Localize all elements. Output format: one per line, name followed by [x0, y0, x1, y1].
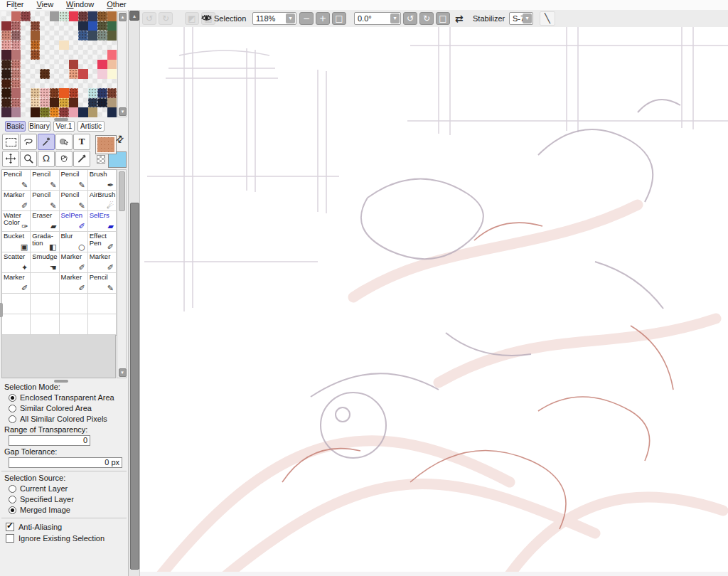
lasso-tool[interactable] [20, 134, 37, 150]
angle-reset-button[interactable]: □ [436, 12, 450, 25]
brush-marker[interactable]: Marker✐ [88, 252, 117, 273]
radio-merged-image[interactable]: Merged Image [9, 506, 70, 516]
canvas[interactable] [140, 27, 728, 576]
brush-bucket[interactable]: Bucket▣ [2, 232, 31, 252]
line-quality-button[interactable]: ╲ [540, 11, 555, 26]
text-tool[interactable]: T [73, 134, 90, 150]
color-swatch[interactable] [107, 88, 117, 98]
menu-item-filter[interactable]: Filter [0, 0, 30, 9]
color-swatch[interactable] [78, 11, 88, 21]
zoom-tool[interactable] [20, 151, 37, 167]
brush-selpen[interactable]: SelPen✐ [60, 211, 88, 232]
chevron-down-icon[interactable]: ▾ [390, 14, 400, 23]
color-swatch[interactable] [88, 88, 98, 98]
rect-select-tool[interactable] [2, 134, 19, 150]
angle-combo[interactable]: 0.0° ▾ [354, 12, 401, 25]
color-swatch[interactable] [1, 31, 11, 41]
color-swatch[interactable] [59, 98, 69, 108]
color-swatch[interactable] [97, 88, 107, 98]
brush-water-color[interactable]: Water Color✑ [2, 211, 31, 232]
color-swatch[interactable] [40, 69, 50, 79]
checkbox-anti-aliasing[interactable]: Anti-Aliasing [6, 523, 62, 533]
color-swatch[interactable] [50, 88, 60, 98]
color-swatch[interactable] [69, 11, 79, 21]
color-swatch[interactable] [88, 107, 98, 117]
color-swatch[interactable] [31, 50, 41, 60]
color-swatch[interactable] [40, 98, 50, 108]
brush-pencil[interactable]: Pencil✎ [60, 170, 88, 191]
color-swatch[interactable] [1, 98, 11, 108]
color-swatch[interactable] [69, 107, 79, 117]
brush-brush[interactable]: Brush✒ [88, 170, 117, 191]
zoom-in-button[interactable]: + [316, 12, 330, 25]
color-swatch[interactable] [11, 88, 21, 98]
color-swatch[interactable] [21, 11, 31, 21]
rotate-canvas-tool[interactable]: Ω [38, 151, 55, 167]
color-swatch[interactable] [88, 21, 98, 31]
color-swatch[interactable] [11, 41, 21, 50]
color-swatch[interactable] [1, 88, 11, 98]
color-swatch[interactable] [31, 107, 41, 117]
color-swatch[interactable] [31, 88, 41, 98]
color-swatch[interactable] [31, 31, 41, 41]
tab-artistic[interactable]: Artistic [77, 121, 105, 132]
zoom-level-combo[interactable]: 118% ▾ [252, 12, 296, 25]
color-swatch[interactable] [11, 11, 21, 21]
brush-marker[interactable]: Marker✐ [2, 191, 31, 211]
menu-item-view[interactable]: View [30, 0, 60, 9]
color-swatch[interactable] [107, 98, 117, 108]
chevron-down-icon[interactable]: ▾ [523, 14, 532, 23]
color-swatch[interactable] [107, 60, 117, 70]
checkbox-ignore-existing-selection[interactable]: Ignore Existing Selection [6, 534, 105, 544]
chevron-down-icon[interactable]: ▾ [286, 14, 295, 23]
move-tool[interactable] [2, 151, 19, 167]
color-swatch[interactable] [31, 41, 41, 50]
brush-pencil[interactable]: Pencil✎ [2, 170, 31, 191]
color-swatch[interactable] [107, 107, 117, 117]
brush-effect-pen[interactable]: Effect Pen✐ [88, 232, 117, 252]
brush-pencil[interactable]: Pencil✎ [31, 170, 59, 191]
brush-airbrush[interactable]: AirBrush☄ [88, 191, 117, 211]
color-swatch[interactable] [59, 11, 69, 21]
palette-scrollbar[interactable]: ▴ ▾ [117, 11, 127, 117]
brush-pencil[interactable]: Pencil✎ [60, 191, 88, 211]
radio-all-similar-colored-pixels[interactable]: All Similar Colored Pixels [9, 415, 107, 425]
color-swatch[interactable] [88, 98, 98, 108]
color-swatch[interactable] [78, 31, 88, 41]
color-swatch[interactable] [59, 41, 69, 50]
color-swatch[interactable] [50, 11, 60, 21]
magic-wand-tool[interactable] [38, 134, 55, 150]
color-swatch[interactable] [97, 11, 107, 21]
color-swatch[interactable] [1, 21, 11, 31]
color-swatch[interactable] [88, 31, 98, 41]
color-swatch[interactable] [97, 98, 107, 108]
color-swatch[interactable] [97, 69, 107, 79]
color-swatch[interactable] [107, 50, 117, 60]
color-swatch[interactable] [11, 69, 21, 79]
brush-marker[interactable]: Marker✐ [60, 252, 88, 273]
color-swatch[interactable] [1, 107, 11, 117]
radio-current-layer[interactable]: Current Layer [9, 484, 68, 494]
color-swatch[interactable] [11, 107, 21, 117]
radio-similar-colored-area[interactable]: Similar Colored Area [9, 404, 92, 414]
color-swatch[interactable] [69, 98, 79, 108]
color-swatch[interactable] [31, 98, 41, 108]
color-swatch[interactable] [78, 21, 88, 31]
color-swatch[interactable] [59, 88, 69, 98]
shape-move-tool[interactable] [55, 134, 73, 150]
color-swatch[interactable] [11, 98, 21, 108]
color-swatch[interactable] [97, 31, 107, 41]
color-swatch[interactable] [69, 60, 79, 70]
tab-basic[interactable]: Basic [5, 121, 26, 132]
color-swatch[interactable] [107, 11, 117, 21]
color-swatch[interactable] [40, 107, 50, 117]
color-swatch[interactable] [78, 69, 88, 79]
menu-item-other[interactable]: Other [100, 0, 133, 9]
panel-edge-grip[interactable] [0, 303, 3, 317]
color-swatch[interactable] [97, 21, 107, 31]
color-swatch[interactable] [1, 41, 11, 50]
scroll-thumb[interactable] [130, 203, 139, 570]
color-swatch[interactable] [11, 60, 21, 70]
brush-smudge[interactable]: Smudge☚ [31, 252, 59, 273]
color-swatch[interactable] [11, 31, 21, 41]
